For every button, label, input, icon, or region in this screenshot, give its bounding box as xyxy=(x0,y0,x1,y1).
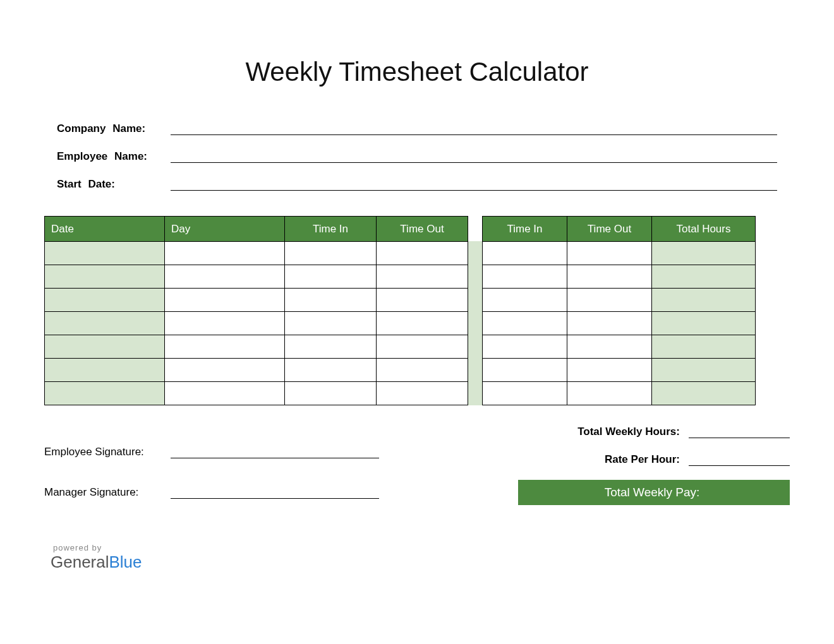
table-row xyxy=(483,242,756,265)
total-weekly-pay-bar: Total Weekly Pay: xyxy=(518,480,790,505)
cell-time-in-1[interactable] xyxy=(285,265,377,289)
table-row xyxy=(45,265,468,289)
table-row xyxy=(45,312,468,335)
cell-date[interactable] xyxy=(45,312,165,335)
employee-signature-field[interactable] xyxy=(171,443,379,458)
col-header-time-in-1: Time In xyxy=(285,217,377,242)
cell-total xyxy=(652,289,756,312)
cell-time-out-1[interactable] xyxy=(377,382,468,405)
employee-name-field[interactable] xyxy=(171,146,777,163)
brand-powered-by: powered by xyxy=(53,543,790,552)
cell-total xyxy=(652,359,756,382)
cell-time-in-2[interactable] xyxy=(483,359,567,382)
brand-name-part2: Blue xyxy=(109,552,142,571)
cell-time-out-1[interactable] xyxy=(377,335,468,359)
timesheet-table: Date Day Time In Time Out Time In Time O… xyxy=(44,216,790,405)
cell-date[interactable] xyxy=(45,335,165,359)
cell-time-in-1[interactable] xyxy=(285,382,377,405)
employee-signature-label: Employee Signature: xyxy=(44,446,171,458)
rate-per-hour-label: Rate Per Hour: xyxy=(605,453,689,466)
cell-time-in-2[interactable] xyxy=(483,242,567,265)
table-row xyxy=(483,382,756,405)
cell-time-out-1[interactable] xyxy=(377,242,468,265)
table-row xyxy=(483,359,756,382)
cell-total xyxy=(652,312,756,335)
cell-time-in-1[interactable] xyxy=(285,312,377,335)
table-row xyxy=(483,265,756,289)
cell-date[interactable] xyxy=(45,359,165,382)
cell-total xyxy=(652,335,756,359)
start-date-field[interactable] xyxy=(171,174,777,191)
company-name-field[interactable] xyxy=(171,119,777,135)
cell-time-in-2[interactable] xyxy=(483,312,567,335)
col-header-time-out-2: Time Out xyxy=(567,217,652,242)
cell-total xyxy=(652,382,756,405)
cell-day[interactable] xyxy=(165,335,285,359)
page-title: Weekly Timesheet Calculator xyxy=(44,57,790,87)
start-date-label: Start Date: xyxy=(57,178,171,191)
cell-day[interactable] xyxy=(165,242,285,265)
cell-day[interactable] xyxy=(165,265,285,289)
manager-signature-label: Manager Signature: xyxy=(44,486,171,499)
cell-day[interactable] xyxy=(165,359,285,382)
rate-per-hour-field[interactable] xyxy=(689,452,790,466)
cell-time-in-1[interactable] xyxy=(285,359,377,382)
cell-day[interactable] xyxy=(165,289,285,312)
brand-name-part1: General xyxy=(51,552,109,571)
cell-time-out-2[interactable] xyxy=(567,335,652,359)
footer: Employee Signature: Manager Signature: T… xyxy=(44,424,790,524)
cell-time-in-2[interactable] xyxy=(483,265,567,289)
cell-time-out-2[interactable] xyxy=(567,382,652,405)
total-weekly-hours-field[interactable] xyxy=(689,424,790,438)
cell-time-in-2[interactable] xyxy=(483,289,567,312)
manager-signature-field[interactable] xyxy=(171,484,379,499)
cell-day[interactable] xyxy=(165,382,285,405)
table-row xyxy=(45,335,468,359)
cell-time-out-1[interactable] xyxy=(377,359,468,382)
table-separator xyxy=(468,241,482,405)
cell-time-out-2[interactable] xyxy=(567,242,652,265)
cell-total xyxy=(652,242,756,265)
col-header-time-in-2: Time In xyxy=(483,217,567,242)
cell-time-out-2[interactable] xyxy=(567,312,652,335)
cell-total xyxy=(652,265,756,289)
employee-name-label: Employee Name: xyxy=(57,150,171,163)
cell-time-in-2[interactable] xyxy=(483,382,567,405)
brand-logo: powered by GeneralBlue xyxy=(51,543,790,572)
table-row xyxy=(483,335,756,359)
cell-date[interactable] xyxy=(45,265,165,289)
cell-day[interactable] xyxy=(165,312,285,335)
info-block: Company Name: Employee Name: Start Date: xyxy=(57,119,777,191)
cell-time-out-1[interactable] xyxy=(377,289,468,312)
cell-date[interactable] xyxy=(45,242,165,265)
total-weekly-hours-label: Total Weekly Hours: xyxy=(577,426,689,438)
cell-time-out-1[interactable] xyxy=(377,312,468,335)
table-row xyxy=(45,382,468,405)
cell-time-out-2[interactable] xyxy=(567,359,652,382)
col-header-day: Day xyxy=(165,217,285,242)
cell-time-in-1[interactable] xyxy=(285,335,377,359)
col-header-date: Date xyxy=(45,217,165,242)
cell-time-out-2[interactable] xyxy=(567,289,652,312)
total-weekly-pay-label: Total Weekly Pay: xyxy=(605,486,700,499)
cell-time-in-1[interactable] xyxy=(285,242,377,265)
col-header-total-hours: Total Hours xyxy=(652,217,756,242)
cell-date[interactable] xyxy=(45,382,165,405)
table-row xyxy=(45,242,468,265)
company-name-label: Company Name: xyxy=(57,122,171,135)
cell-time-out-1[interactable] xyxy=(377,265,468,289)
cell-time-out-2[interactable] xyxy=(567,265,652,289)
table-row xyxy=(45,289,468,312)
table-row xyxy=(483,289,756,312)
col-header-time-out-1: Time Out xyxy=(377,217,468,242)
cell-time-in-2[interactable] xyxy=(483,335,567,359)
table-row xyxy=(483,312,756,335)
table-row xyxy=(45,359,468,382)
cell-date[interactable] xyxy=(45,289,165,312)
cell-time-in-1[interactable] xyxy=(285,289,377,312)
